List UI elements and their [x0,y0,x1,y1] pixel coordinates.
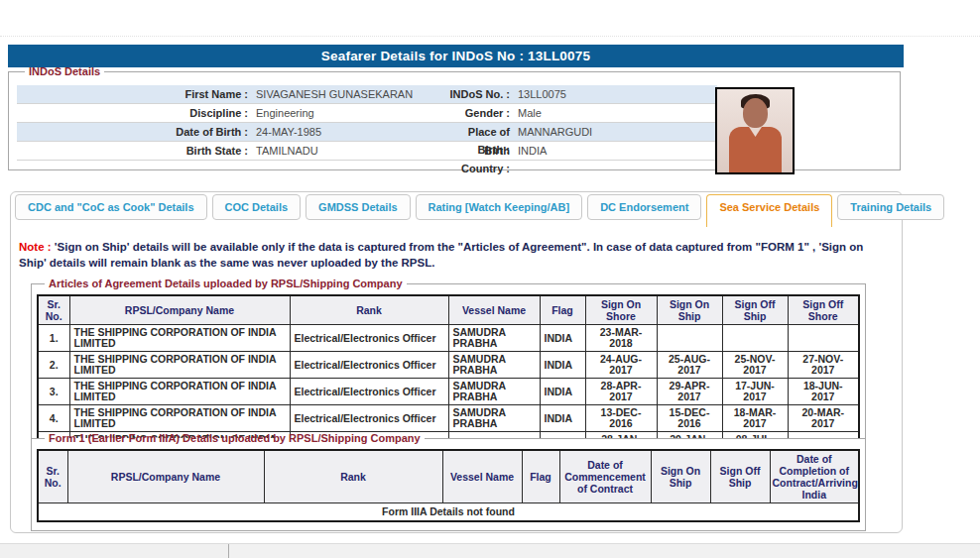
table-row: 1. THE SHIPPING CORPORATION OF INDIA LIM… [38,325,859,352]
cell-company: THE SHIPPING CORPORATION OF INDIA LIMITE… [69,325,290,352]
col-vessel: Vessel Name [448,295,540,325]
cell-sign-on-shore: 24-AUG-2017 [585,352,657,379]
seafarer-photo [715,87,795,174]
cell-flag: INDIA [540,325,585,352]
col-sr-no: Sr. No. [38,450,67,503]
cell-sr: 3. [38,379,69,405]
cell-company: THE SHIPPING CORPORATION OF INDIA LIMITE… [69,352,290,379]
sign-on-ship-note: Note : 'Sign on Ship' details will be av… [19,239,870,271]
birth-state-value: TAMILNADU [255,142,443,177]
col-rank: Rank [264,450,442,503]
birth-state-label: Birth State : [17,142,255,177]
cell-rank: Electrical/Electronics Officer [290,325,448,352]
indos-no-value: 13LL0075 [517,85,717,103]
cell-sign-on-ship: 15-DEC-2016 [657,405,722,432]
cell-sr: 2. [38,352,69,379]
indos-no-label: INDoS No. : [443,85,517,103]
cell-sign-off-ship: 25-NOV-2017 [722,352,788,379]
cell-sign-off-ship: 18-MAR-2017 [722,405,788,432]
tab-gmdss-details[interactable]: GMDSS Details [306,194,410,220]
cell-rank: Electrical/Electronics Officer [290,405,448,432]
cell-flag: INDIA [540,379,585,405]
indos-row-discipline: Discipline : Engineering Gender : Male [17,104,717,123]
indos-row-name: First Name : SIVAGANESH GUNASEKARAN INDo… [17,85,717,104]
cell-sr: 1. [38,325,69,352]
cell-sign-off-ship [722,325,788,352]
cell-company: THE SHIPPING CORPORATION OF INDIA LIMITE… [69,379,290,405]
gender-value: Male [517,104,717,122]
cell-flag: INDIA [540,352,585,379]
form-iiia-not-found-message: Form IIIA Details not found [38,503,859,521]
col-company: RPSL/Company Name [69,295,290,325]
col-sign-on-shore: Sign On Shore [585,295,657,325]
cell-rank: Electrical/Electronics Officer [290,352,448,379]
birth-country-label: Birth Country : [443,142,517,177]
tab-sea-service-details[interactable]: Sea Service Details [706,194,832,227]
cell-sign-off-shore: 18-JUN-2017 [788,379,859,405]
cell-sign-off-shore [788,325,859,352]
table-row: 3. THE SHIPPING CORPORATION OF INDIA LIM… [38,379,859,405]
cell-vessel: SAMUDRA PRABHA [448,325,540,352]
col-sign-on-ship: Sign On Ship [657,295,722,325]
horizontal-scrollbar-thumb[interactable] [0,544,229,558]
cell-sign-on-shore: 13-DEC-2016 [585,405,657,432]
discipline-value: Engineering [255,104,443,122]
seafarer-details-page: { "header": { "title": "Seafarer Details… [0,0,980,558]
indos-row-state: Birth State : TAMILNADU Birth Country : … [17,142,717,161]
col-sign-off-ship: Sign Off Ship [722,295,788,325]
cell-sign-on-ship: 29-APR-2017 [657,379,722,405]
articles-of-agreement-legend: Articles of Agreement Details uploaded b… [45,278,407,289]
cell-sign-off-ship: 17-JUN-2017 [722,379,788,405]
horizontal-scrollbar[interactable] [0,543,980,558]
table-row: 2. THE SHIPPING CORPORATION OF INDIA LIM… [38,352,859,379]
col-date-completion: Date of Completion of Contract/Arriving … [770,450,859,503]
cell-company: THE SHIPPING CORPORATION OF INDIA LIMITE… [69,405,290,432]
tab-training-details[interactable]: Training Details [837,194,944,220]
birth-country-value: INDIA [517,142,717,177]
page-title: Seafarer Details for INDoS No : 13LL0075 [8,45,904,67]
col-sign-off-shore: Sign Off Shore [788,295,859,325]
col-flag: Flag [540,295,585,325]
col-vessel: Vessel Name [442,450,522,503]
empty-result-row: Form IIIA Details not found [38,503,859,521]
col-rank: Rank [290,295,448,325]
cell-vessel: SAMUDRA PRABHA [448,405,540,432]
tab-cdc-coc-as-cook[interactable]: CDC and "CoC as Cook" Details [15,194,207,220]
tab-dc-endorsement[interactable]: DC Endorsement [587,194,701,220]
cell-sign-off-shore: 20-MAR-2017 [788,405,859,432]
indos-details-legend: INDoS Details [25,65,104,77]
tab-strip: CDC and "CoC as Cook" Details COC Detail… [11,192,902,226]
gender-label: Gender : [443,104,517,122]
indos-details-section: INDoS Details First Name : SIVAGANESH GU… [8,65,901,170]
indos-details-grid: First Name : SIVAGANESH GUNASEKARAN INDo… [17,85,717,161]
col-sign-off-ship: Sign Off Ship [710,450,770,503]
cell-sign-on-ship [657,325,722,352]
col-date-commencement: Date of Commencement of Contract [559,450,651,503]
tab-rating-watch-keeping[interactable]: Rating [Watch Keeping/AB] [416,194,583,220]
col-sr-no: Sr. No. [38,295,69,325]
cell-vessel: SAMUDRA PRABHA [448,352,540,379]
tab-coc-details[interactable]: COC Details [212,194,302,220]
col-sign-on-ship: Sign On Ship [651,450,710,503]
top-divider [0,36,980,37]
indos-row-birth: Date of Birth : 24-MAY-1985 Place of Bir… [17,123,717,142]
first-name-value: SIVAGANESH GUNASEKARAN [255,85,443,103]
cell-rank: Electrical/Electronics Officer [290,379,448,405]
form1-legend: Form 1 (Earlier Form IIIA) Details uploa… [45,432,425,444]
cell-sr: 4. [38,405,69,432]
cell-sign-on-shore: 28-APR-2017 [585,379,657,405]
photo-face [743,98,768,128]
note-text: 'Sign on Ship' details will be available… [19,241,863,269]
col-company: RPSL/Company Name [67,450,264,503]
cell-sign-on-shore: 23-MAR-2018 [585,325,657,352]
table-header-row: Sr. No. RPSL/Company Name Rank Vessel Na… [38,295,859,325]
note-label: Note : [19,241,52,253]
form1-section: Form 1 (Earlier Form IIIA) Details uploa… [31,432,866,531]
cell-sign-off-shore: 27-NOV-2017 [788,352,859,379]
table-row: 4. THE SHIPPING CORPORATION OF INDIA LIM… [38,405,859,432]
cell-flag: INDIA [540,405,585,432]
form1-table: Sr. No. RPSL/Company Name Rank Vessel Na… [37,449,860,522]
details-tab-panel: CDC and "CoC as Cook" Details COC Detail… [10,191,903,533]
col-flag: Flag [522,450,559,503]
cell-sign-on-ship: 25-AUG-2017 [657,352,722,379]
